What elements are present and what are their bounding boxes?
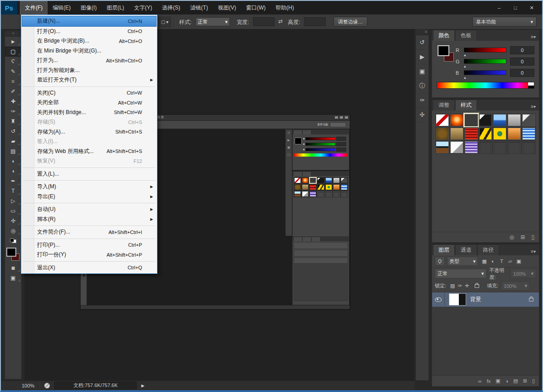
menubar-item[interactable]: 选择(S): [157, 1, 185, 14]
add-layer-mask-icon[interactable]: ▣: [495, 378, 500, 384]
clear-style-icon[interactable]: ◎: [510, 234, 514, 240]
filter-type-layers-icon[interactable]: T: [497, 258, 506, 264]
file-menu-item[interactable]: 最近打开文件(T) ▶: [22, 75, 157, 85]
move-tool[interactable]: ►: [5, 37, 21, 47]
file-menu-item[interactable]: 文件简介(F)... Alt+Shift+Ctrl+I ▶: [22, 227, 157, 237]
file-menu-item[interactable]: ▶: [23, 239, 155, 239]
file-menu-item[interactable]: ▶: [23, 180, 155, 181]
menubar-item[interactable]: 视图(V): [213, 1, 241, 14]
style-swatch[interactable]: [465, 128, 478, 140]
hand-tool[interactable]: ✣: [5, 216, 21, 226]
delete-layer-icon[interactable]: ▯: [532, 378, 535, 384]
delete-style-icon[interactable]: ▯: [531, 234, 534, 240]
window-control[interactable]: □: [511, 5, 519, 11]
history-brush-tool[interactable]: ↺: [5, 126, 21, 136]
new-layer-icon[interactable]: ⊞: [523, 378, 527, 384]
lock-position-icon[interactable]: ✛: [463, 283, 471, 289]
clone-stamp-tool[interactable]: ♜: [5, 116, 21, 126]
window-control[interactable]: –: [495, 5, 503, 11]
slider-caret-icon[interactable]: ▲: [463, 76, 467, 79]
file-menu-item[interactable]: ▶: [23, 167, 155, 168]
file-menu-item[interactable]: ▶: [23, 203, 155, 203]
quick-selection-tool[interactable]: ✎: [5, 67, 21, 76]
file-menu-item[interactable]: ▶: [23, 225, 155, 226]
style-swatch[interactable]: [436, 128, 449, 140]
style-select[interactable]: 正常 ▾: [195, 17, 230, 26]
file-menu-item[interactable]: 在 Mini Bridge 中浏览(G)... ▶: [22, 46, 157, 56]
info-panel-icon[interactable]: ⓘ: [416, 79, 429, 93]
channel-value-field[interactable]: 0: [510, 57, 534, 66]
channel-value-field[interactable]: 0: [510, 69, 534, 77]
file-menu-item[interactable]: 关闭并转到 Bridge... Shift+Ctrl+W ▶: [22, 108, 157, 118]
healing-brush-tool[interactable]: ✚: [5, 96, 21, 106]
quick-mask-button[interactable]: ◙: [5, 263, 21, 273]
slider-caret-icon[interactable]: ▲: [463, 65, 467, 68]
panel-tab[interactable]: 色板: [455, 30, 477, 41]
panel-tab[interactable]: 路径: [477, 244, 499, 255]
filter-adjustment-layers-icon[interactable]: ◐: [489, 258, 497, 264]
file-menu-item[interactable]: 在 Bridge 中浏览(B)... Alt+Ctrl+O ▶: [22, 36, 157, 46]
style-swatch[interactable]: [522, 128, 535, 140]
zoom-level-field[interactable]: 100%: [22, 383, 34, 388]
panel-tab[interactable]: 图层: [433, 244, 455, 255]
color-spectrum-ramp[interactable]: [437, 82, 534, 89]
layer-visibility-toggle[interactable]: [432, 292, 445, 306]
menubar-item[interactable]: 图层(L): [102, 1, 129, 14]
file-menu-item[interactable]: ▶: [23, 86, 155, 87]
status-options-arrow-icon[interactable]: ▶: [141, 383, 144, 388]
actions-panel-icon[interactable]: ▶: [416, 50, 429, 64]
new-style-icon[interactable]: ⊞: [520, 234, 525, 240]
panel-tab[interactable]: 样式: [455, 100, 477, 110]
menubar-item[interactable]: 帮助(H): [271, 1, 299, 14]
new-adjustment-layer-icon[interactable]: ◑: [505, 378, 509, 384]
file-menu-item[interactable]: 自动(U) ▶: [22, 205, 157, 215]
file-menu-item[interactable]: 关闭(C) Ctrl+W ▶: [22, 88, 157, 98]
mini-bridge-panel-icon[interactable]: ▣: [416, 64, 429, 79]
expand-panels-button[interactable]: ≡: [416, 29, 429, 35]
window-control[interactable]: ✕: [528, 5, 536, 11]
channel-slider[interactable]: ▲: [464, 59, 506, 64]
file-menu-item[interactable]: 脚本(R) ▶: [22, 215, 157, 225]
style-none[interactable]: [436, 114, 449, 126]
height-input[interactable]: [304, 17, 326, 26]
shape-tool[interactable]: ▭: [5, 206, 21, 216]
panel-menu-icon[interactable]: ≡▾: [529, 104, 538, 110]
type-tool[interactable]: T: [5, 186, 21, 196]
blend-mode-select[interactable]: 正常 ▾: [435, 269, 486, 278]
style-slot-empty[interactable]: [493, 141, 506, 153]
rectangular-marquee-tool[interactable]: ▢: [5, 47, 21, 57]
style-swatch[interactable]: [479, 128, 492, 140]
panel-menu-icon[interactable]: ≡▾: [529, 34, 538, 41]
refine-edge-button[interactable]: 调整边缘…: [333, 17, 367, 27]
toolbar-grip[interactable]: ≡: [5, 31, 21, 37]
document-info-field[interactable]: 文档:757.6K/757.6K: [54, 382, 137, 389]
screen-mode-button[interactable]: ▣: [5, 273, 21, 283]
history-panel-icon[interactable]: ↺: [416, 35, 429, 50]
file-menu-item[interactable]: 打印(P)... Ctrl+P ▶: [22, 240, 157, 250]
style-swatch[interactable]: [450, 141, 463, 153]
menubar-item[interactable]: 文字(Y): [129, 1, 157, 14]
filter-smart-objects-icon[interactable]: ▣: [514, 258, 523, 264]
style-slot-empty[interactable]: [479, 141, 492, 153]
style-slot-empty[interactable]: [522, 141, 535, 153]
file-menu-item[interactable]: 置入(L)... ▶: [22, 169, 157, 179]
tool-preset-picker[interactable]: ▢ ▾: [158, 17, 171, 27]
style-swatch[interactable]: [508, 128, 521, 140]
lock-all-icon[interactable]: [473, 283, 481, 289]
channel-slider[interactable]: ▲: [464, 70, 506, 75]
style-swatch[interactable]: [479, 114, 492, 126]
new-group-icon[interactable]: ▤: [513, 378, 518, 384]
eraser-tool[interactable]: ▰: [5, 136, 21, 146]
file-menu-item[interactable]: 新建(N)... Ctrl+N ▶: [22, 16, 157, 27]
slider-caret-icon[interactable]: ▲: [463, 53, 467, 57]
crop-tool[interactable]: ⌗: [5, 76, 21, 86]
channel-slider[interactable]: ▲: [464, 48, 506, 53]
layer-search-icon[interactable]: Ϙ: [435, 257, 445, 266]
menubar-item[interactable]: 图像(I): [76, 1, 101, 14]
filter-pixel-layers-icon[interactable]: ▦: [480, 258, 489, 264]
style-swatch[interactable]: [522, 114, 535, 126]
foreground-color-swatch[interactable]: [438, 45, 449, 56]
layer-row[interactable]: 背景: [432, 292, 539, 307]
style-slot-empty[interactable]: [508, 141, 521, 153]
file-menu-item[interactable]: 导入(M) ▶: [22, 182, 157, 192]
